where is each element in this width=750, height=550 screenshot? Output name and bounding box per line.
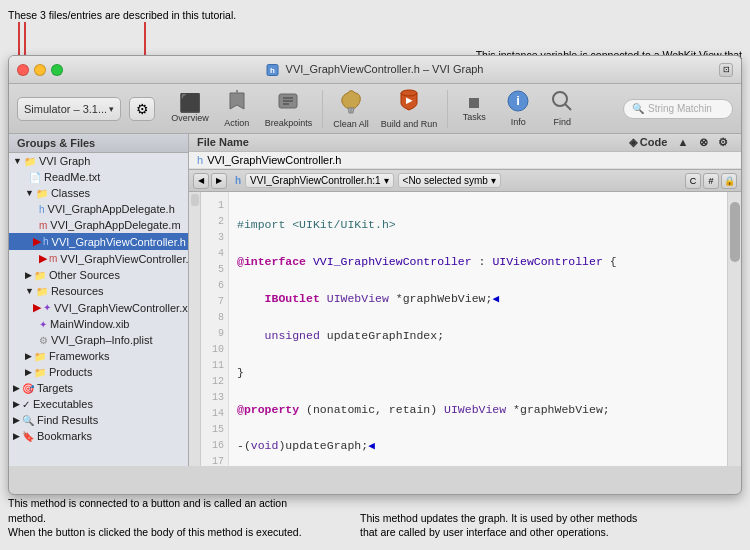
code-line bbox=[237, 235, 719, 253]
sidebar-item-classes[interactable]: ▼ 📁 Classes bbox=[9, 185, 188, 201]
code-line bbox=[237, 198, 719, 216]
editor-row: 123456789101112131415161718 #import <UIK… bbox=[189, 192, 741, 466]
svg-line-21 bbox=[565, 104, 571, 110]
build-run-icon: ▶ bbox=[395, 88, 423, 118]
nav-breadcrumb-file[interactable]: VVI_GraphViewController.h:1 ▾ bbox=[245, 173, 393, 188]
code-editor: ◀ ▶ h VVI_GraphViewController.h:1 ▾ <No … bbox=[189, 170, 741, 466]
code-line bbox=[237, 272, 719, 290]
nav-breadcrumb-symbol[interactable]: <No selected symb ▾ bbox=[398, 173, 501, 188]
code-line bbox=[237, 456, 719, 466]
code-line bbox=[237, 382, 719, 400]
file-type-icon: h bbox=[267, 64, 279, 76]
top-left-annotation: These 3 files/entries are described in t… bbox=[8, 8, 236, 23]
sidebar-header: Groups & Files bbox=[9, 134, 188, 153]
folder-icon: 📁 bbox=[36, 188, 48, 199]
file-icon-nav: h bbox=[235, 175, 241, 186]
scroll-indicator bbox=[191, 194, 199, 206]
sidebar-item-find-results[interactable]: ▶ 🔍 Find Results bbox=[9, 412, 188, 428]
breakpoints-button[interactable]: Breakpoints bbox=[261, 87, 317, 130]
close-button[interactable] bbox=[17, 64, 29, 76]
gear-button[interactable]: ⚙ bbox=[129, 97, 155, 121]
code-line: } bbox=[237, 364, 719, 382]
window-title: h VVI_GraphViewController.h – VVI Graph bbox=[267, 63, 484, 76]
xcode-window: h VVI_GraphViewController.h – VVI Graph … bbox=[8, 55, 742, 495]
find-icon bbox=[551, 90, 573, 116]
code-content[interactable]: #import <UIKit/UIKit.h> @interface VVI_G… bbox=[229, 192, 727, 466]
folder-icon: 📁 bbox=[34, 270, 46, 281]
content-pane: File Name ◈ Code ▲ ⊗ ⚙ h VVI_GraphViewCo… bbox=[189, 134, 741, 466]
clean-all-button[interactable]: Clean All bbox=[329, 86, 373, 131]
sidebar-item-bookmarks[interactable]: ▶ 🔖 Bookmarks bbox=[9, 428, 188, 444]
folder-icon: 📁 bbox=[34, 351, 46, 362]
sidebar-item-vvi-graph[interactable]: ▼ 📁 VVI Graph bbox=[9, 153, 188, 169]
expand-arrow: ▼ bbox=[13, 156, 22, 166]
expand-arrow: ▶ bbox=[13, 399, 20, 409]
nav-hash-button[interactable]: # bbox=[703, 173, 719, 189]
find-icon: 🔍 bbox=[22, 415, 34, 426]
sidebar-item-executables[interactable]: ▶ ✓ Executables bbox=[9, 396, 188, 412]
xib-icon: ✦ bbox=[39, 319, 47, 330]
svg-marker-9 bbox=[230, 93, 244, 109]
nav-right-buttons: C # 🔒 bbox=[685, 173, 737, 189]
code-line: @interface VVI_GraphViewController : UIV… bbox=[237, 253, 719, 271]
overview-button[interactable]: ⬛ Overview bbox=[167, 92, 213, 125]
expand-button[interactable]: ⊡ bbox=[719, 63, 733, 77]
search-icon: 🔍 bbox=[632, 103, 644, 114]
nav-c-button[interactable]: C bbox=[685, 173, 701, 189]
maximize-button[interactable] bbox=[51, 64, 63, 76]
sidebar-item-mainwindow-xib[interactable]: ✦ MainWindow.xib bbox=[9, 316, 188, 332]
sidebar-item-viewcontroller-xib[interactable]: ▶ ✦ VVI_GraphViewController.xib bbox=[9, 299, 188, 316]
sidebar-item-viewcontroller-h[interactable]: ▶ h VVI_GraphViewController.h bbox=[9, 233, 188, 250]
toolbar: Simulator – 3.1... ▾ ⚙ ⬛ Overview Action bbox=[9, 84, 741, 134]
code-line bbox=[237, 309, 719, 327]
file-list-header: File Name ◈ Code ▲ ⊗ ⚙ bbox=[189, 134, 741, 152]
plist-icon: ⚙ bbox=[39, 335, 48, 346]
file-list-row[interactable]: h VVI_GraphViewController.h bbox=[189, 152, 741, 169]
m-file-icon: m bbox=[39, 220, 47, 231]
separator-2 bbox=[447, 90, 448, 128]
sidebar-item-targets[interactable]: ▶ 🎯 Targets bbox=[9, 380, 188, 396]
sidebar-item-appdelegate-m[interactable]: m VVI_GraphAppDelegate.m bbox=[9, 217, 188, 233]
xib-icon: ✦ bbox=[43, 302, 51, 313]
main-content: Groups & Files ▼ 📁 VVI Graph 📄 ReadMe.tx… bbox=[9, 134, 741, 466]
code-line: -(void)updateGraph;◀ bbox=[237, 437, 719, 456]
nav-lock-button[interactable]: 🔒 bbox=[721, 173, 737, 189]
nav-forward-button[interactable]: ▶ bbox=[211, 173, 227, 189]
sidebar-item-frameworks[interactable]: ▶ 📁 Frameworks bbox=[9, 348, 188, 364]
find-button[interactable]: Find bbox=[542, 88, 582, 129]
nav-back-button[interactable]: ◀ bbox=[193, 173, 209, 189]
sidebar-item-info-plist[interactable]: ⚙ VVI_Graph–Info.plist bbox=[9, 332, 188, 348]
arrow-indicator: ▶ bbox=[33, 235, 41, 248]
vertical-scrollbar[interactable] bbox=[727, 192, 741, 466]
m-file-icon: m bbox=[49, 253, 57, 264]
sidebar-item-other-sources[interactable]: ▶ 📁 Other Sources bbox=[9, 267, 188, 283]
sidebar-item-viewcontroller-m[interactable]: ▶ m VVI_GraphViewController.m bbox=[9, 250, 188, 267]
line-numbers: 123456789101112131415161718 bbox=[201, 192, 229, 466]
svg-point-20 bbox=[553, 92, 567, 106]
scrollbar-thumb[interactable] bbox=[730, 202, 740, 262]
bottom-left-annotation: This method is connected to a button and… bbox=[8, 496, 308, 540]
action-button[interactable]: Action bbox=[217, 87, 257, 130]
breakpoints-icon bbox=[277, 89, 299, 117]
file-list-area: File Name ◈ Code ▲ ⊗ ⚙ h VVI_GraphViewCo… bbox=[189, 134, 741, 170]
expand-arrow: ▶ bbox=[13, 415, 20, 425]
arrow-indicator: ▶ bbox=[39, 252, 47, 265]
simulator-selector[interactable]: Simulator – 3.1... ▾ bbox=[17, 97, 121, 121]
build-run-button[interactable]: ▶ Build and Run bbox=[377, 86, 442, 131]
sidebar-item-appdelegate-h[interactable]: h VVI_GraphAppDelegate.h bbox=[9, 201, 188, 217]
sidebar-item-readme[interactable]: 📄 ReadMe.txt bbox=[9, 169, 188, 185]
txt-icon: 📄 bbox=[29, 172, 41, 183]
expand-arrow: ▶ bbox=[13, 431, 20, 441]
expand-arrow: ▼ bbox=[25, 286, 34, 296]
search-bar[interactable]: 🔍 String Matchin bbox=[623, 99, 733, 119]
folder-icon: 📁 bbox=[34, 367, 46, 378]
info-button[interactable]: i Info bbox=[498, 88, 538, 129]
sidebar-item-products[interactable]: ▶ 📁 Products bbox=[9, 364, 188, 380]
editor-nav-bar: ◀ ▶ h VVI_GraphViewController.h:1 ▾ <No … bbox=[189, 170, 741, 192]
minimize-button[interactable] bbox=[34, 64, 46, 76]
tasks-button[interactable]: ⏹ Tasks bbox=[454, 93, 494, 124]
overview-icon: ⬛ bbox=[179, 94, 201, 112]
tasks-icon: ⏹ bbox=[466, 95, 482, 111]
code-line: IBOutlet UIWebView *graphWebView;◀ bbox=[237, 290, 719, 309]
sidebar-item-resources[interactable]: ▼ 📁 Resources bbox=[9, 283, 188, 299]
